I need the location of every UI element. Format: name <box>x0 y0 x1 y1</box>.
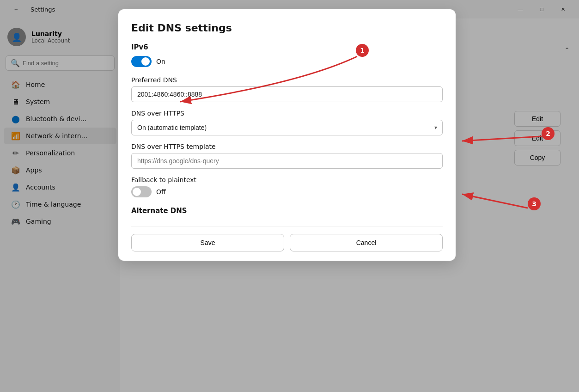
dialog-footer: Save Cancel <box>131 226 443 261</box>
annotation-2: 2 <box>542 127 555 140</box>
ipv6-toggle-label: On <box>156 58 165 65</box>
dns-https-label: DNS over HTTPS <box>131 110 443 117</box>
dns-https-template-input[interactable] <box>131 153 443 169</box>
save-button[interactable]: Save <box>131 234 284 251</box>
preferred-dns-input[interactable] <box>131 86 443 102</box>
fallback-toggle-row: Off <box>131 186 443 197</box>
cancel-button[interactable]: Cancel <box>290 234 443 251</box>
ipv6-toggle[interactable] <box>131 56 152 67</box>
dns-https-select-wrapper: On (automatic template) Off On (manual t… <box>131 120 443 135</box>
annotation-circle-3: 3 <box>528 197 541 210</box>
annotation-circle-1: 1 <box>356 44 369 57</box>
dns-https-template-label: DNS over HTTPS template <box>131 143 443 150</box>
ipv6-section-label: IPv6 <box>131 43 443 51</box>
ipv6-toggle-thumb <box>141 57 150 66</box>
annotation-1: 1 <box>356 44 369 57</box>
alternate-dns-label: Alternate DNS <box>131 207 443 222</box>
dns-https-select[interactable]: On (automatic template) Off On (manual t… <box>131 120 443 135</box>
preferred-dns-label: Preferred DNS <box>131 76 443 84</box>
ipv6-toggle-track <box>131 56 152 67</box>
annotation-3: 3 <box>528 197 541 210</box>
fallback-toggle[interactable] <box>131 186 152 197</box>
fallback-toggle-label: Off <box>156 188 166 196</box>
edit-dns-dialog: Edit DNS settings IPv6 On Preferred DNS … <box>118 9 456 261</box>
annotation-circle-2: 2 <box>542 127 555 140</box>
dialog-title: Edit DNS settings <box>131 22 443 34</box>
fallback-label: Fallback to plaintext <box>131 176 443 184</box>
ipv6-toggle-row: On <box>131 56 443 67</box>
fallback-toggle-thumb <box>133 188 141 196</box>
fallback-toggle-track <box>131 186 152 197</box>
